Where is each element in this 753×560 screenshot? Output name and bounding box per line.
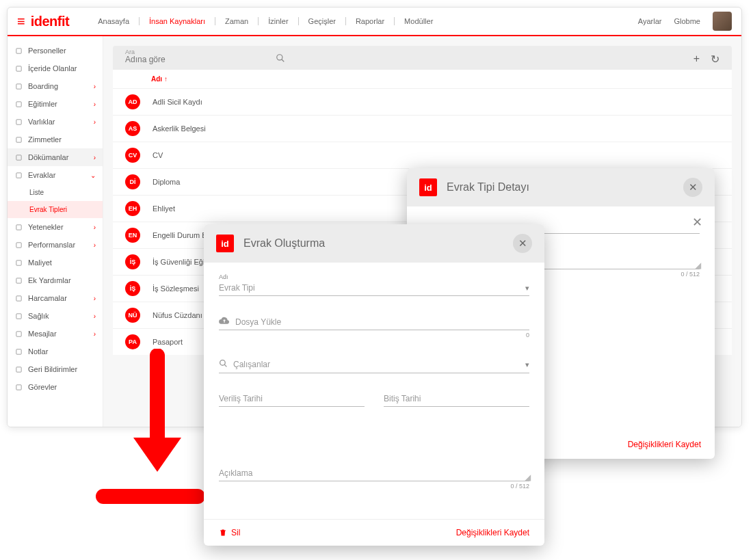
close-icon[interactable]: ✕ <box>513 234 532 253</box>
nav-raporlar[interactable]: Raporlar <box>346 17 395 25</box>
sidebar-label: Eğitimler <box>28 100 57 108</box>
row-badge: AS <box>125 121 140 136</box>
field-verilis-tarihi[interactable]: Veriliş Tarihi <box>219 391 365 407</box>
perf-icon <box>14 241 23 249</box>
sidebar-label: Sağlık <box>28 312 49 320</box>
skill-icon <box>14 223 23 231</box>
sidebar-item[interactable]: Liste <box>8 184 103 201</box>
sidebar-item[interactable]: Zimmetler <box>8 131 103 148</box>
doc-icon <box>14 153 23 161</box>
field-calisanlar[interactable]: Çalışanlar ▾ <box>219 356 529 373</box>
svg-rect-0 <box>16 48 21 53</box>
col-name: Adı <box>151 75 162 83</box>
field-placeholder: Çalışanlar <box>233 360 270 369</box>
row-badge: AD <box>125 94 140 109</box>
char-counter: 0 / 512 <box>219 483 529 490</box>
sidebar-item[interactable]: Varlıklar› <box>8 113 103 131</box>
sidebar-label: Dökümanlar <box>28 153 68 161</box>
svg-rect-7 <box>16 172 21 177</box>
row-name: Pasaport <box>153 338 183 346</box>
file-icon <box>14 171 23 179</box>
search-bar: Ara + ↻ <box>113 46 732 70</box>
save-button[interactable]: Değişiklikleri Kaydet <box>628 440 701 449</box>
row-badge: EN <box>125 228 140 243</box>
field-dosya-yukle[interactable]: Dosya Yükle 0 <box>219 314 529 338</box>
nav-anasayfa[interactable]: Anasayfa <box>88 17 140 25</box>
save-button[interactable]: Değişiklikleri Kaydet <box>456 528 529 537</box>
svg-rect-13 <box>16 313 21 318</box>
sidebar-item[interactable]: Yetenekler› <box>8 218 103 236</box>
sidebar-item[interactable]: Mesajlar› <box>8 325 103 343</box>
nav-i̇nsan kaynakları[interactable]: İnsan Kaynakları <box>140 17 215 25</box>
row-badge: CV <box>125 148 140 163</box>
field-evrak-tipi[interactable]: Adı Evrak Tipi ▾ <box>219 274 529 296</box>
sidebar-label: İçeride Olanlar <box>28 64 77 72</box>
sidebar-item[interactable]: Ek Yardımlar <box>8 271 103 289</box>
chevron-icon: › <box>94 154 96 161</box>
sidebar-label: Performanslar <box>28 241 75 249</box>
field-aciklama[interactable]: Açıklama ◢ 0 / 512 <box>219 466 529 490</box>
field-label: Adı <box>219 274 529 280</box>
sidebar-label: Boarding <box>28 82 58 90</box>
chevron-icon: › <box>94 330 96 338</box>
sidebar-item[interactable]: Personeller <box>8 42 103 59</box>
sidebar-item[interactable]: Geri Bildirimler <box>8 360 103 378</box>
row-name: Adli Sicil Kaydı <box>153 98 202 106</box>
sidebar-item[interactable]: Evrak Tipleri <box>8 201 103 218</box>
row-name: Askerlik Belgesi <box>153 124 206 133</box>
search-input[interactable] <box>125 55 276 64</box>
task-icon <box>14 383 23 391</box>
sidebar-item[interactable]: Dökümanlar› <box>8 148 103 166</box>
sidebar-item[interactable]: Görevler <box>8 378 103 396</box>
nav-modüller[interactable]: Modüller <box>395 17 442 25</box>
hamburger-icon[interactable]: ≡ <box>17 14 25 29</box>
table-header[interactable]: Adı ↑ <box>113 70 732 88</box>
settings-link[interactable]: Ayarlar <box>638 17 662 25</box>
refresh-icon[interactable]: ↻ <box>711 53 719 66</box>
nav-zaman[interactable]: Zaman <box>215 17 259 25</box>
sidebar-label: Geri Bildirimler <box>28 365 77 373</box>
sidebar-item[interactable]: Notlar <box>8 343 103 360</box>
field-placeholder: Evrak Tipi <box>219 283 255 293</box>
table-row[interactable]: ASAskerlik Belgesi <box>113 115 732 142</box>
search-icon[interactable] <box>276 53 285 66</box>
sidebar-item[interactable]: Evraklar⌄ <box>8 166 103 184</box>
sidebar-item[interactable]: Performanslar› <box>8 236 103 254</box>
sidebar-label: Ek Yardımlar <box>28 276 71 284</box>
sidebar-label: Personeller <box>28 46 66 55</box>
table-row[interactable]: ADAdli Sicil Kaydı <box>113 88 732 115</box>
sidebar-item[interactable]: Boarding› <box>8 77 103 95</box>
table-row[interactable]: CVCV <box>113 142 732 168</box>
sidebar-item[interactable]: İçeride Olanlar <box>8 59 103 77</box>
resize-icon: ◢ <box>695 261 701 270</box>
person-icon <box>14 46 23 55</box>
sidebar-label: Notlar <box>28 347 48 356</box>
clear-icon[interactable]: ✕ <box>692 215 702 230</box>
chevron-icon: ⌄ <box>90 172 96 179</box>
sidebar-item[interactable]: Sağlık› <box>8 307 103 325</box>
sidebar-item[interactable]: Maliyet <box>8 254 103 271</box>
asset-icon <box>14 118 23 126</box>
topnav: Anasayfaİnsan KaynaklarıZamanİzinlerGeçi… <box>88 17 442 25</box>
close-icon[interactable]: ✕ <box>683 178 702 197</box>
nav-i̇zinler[interactable]: İzinler <box>259 17 298 25</box>
sidebar-item[interactable]: Harcamalar› <box>8 289 103 307</box>
svg-rect-14 <box>16 331 21 336</box>
svg-point-18 <box>277 54 282 59</box>
username[interactable]: Globme <box>674 17 700 25</box>
sidebar-item[interactable]: Eğitimler› <box>8 95 103 113</box>
field-bitis-tarihi[interactable]: Bitiş Tarihi <box>384 391 529 407</box>
modal-body: Adı Evrak Tipi ▾ Dosya Yükle 0 Çalışanla… <box>204 263 544 503</box>
inside-icon <box>14 64 23 72</box>
svg-rect-10 <box>16 260 21 265</box>
chevron-icon: › <box>94 312 96 320</box>
chevron-icon: › <box>94 241 96 249</box>
modal-header: id Evrak Tipi Detayı ✕ <box>407 168 715 206</box>
svg-rect-12 <box>16 295 21 300</box>
sort-asc-icon: ↑ <box>164 75 168 83</box>
nav-geçişler[interactable]: Geçişler <box>299 17 346 25</box>
delete-button[interactable]: Sil <box>219 528 240 537</box>
avatar[interactable] <box>713 12 732 31</box>
search-icon <box>219 359 228 370</box>
add-icon[interactable]: + <box>693 53 700 66</box>
